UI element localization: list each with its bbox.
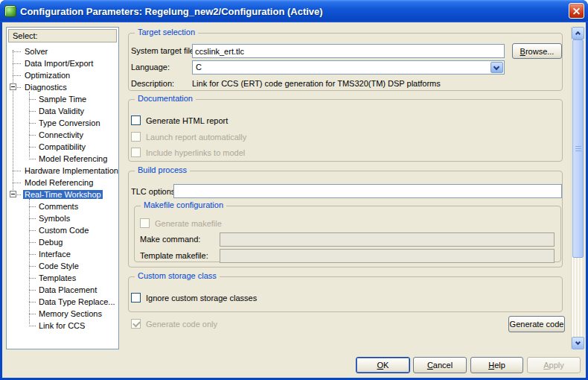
generate-makefile-label: Generate makefile [155, 219, 222, 228]
tlc-options-input[interactable] [173, 184, 562, 198]
generate-code-only-checkbox [131, 319, 141, 329]
tree-item-hardware-implementation[interactable]: Hardware Implementation [7, 165, 118, 177]
tree-item-model-referencing-diag[interactable]: Model Referencing [7, 153, 118, 165]
tree-header-label: Select: [8, 29, 117, 42]
category-tree: Select: Solver Data Import/Export Optimi… [6, 27, 119, 349]
ok-button[interactable]: OK [356, 357, 410, 373]
collapse-icon[interactable] [10, 191, 16, 197]
make-command-input [220, 232, 555, 247]
window-title: Configuration Parameters: Regelung_new2/… [20, 6, 323, 17]
group-caption: Makefile configuration [141, 200, 226, 209]
tree-item-model-referencing[interactable]: Model Referencing [7, 177, 118, 189]
tree-item-data-import-export[interactable]: Data Import/Export [7, 57, 118, 69]
tree-item-memory-sections[interactable]: Memory Sections [7, 308, 118, 320]
scrollbar-thumb[interactable] [572, 39, 584, 258]
generate-code-button[interactable]: Generate code [508, 316, 565, 332]
tree-item-symbols[interactable]: Symbols [7, 212, 118, 224]
configuration-parameters-dialog: Configuration Parameters: Regelung_new2/… [0, 0, 588, 380]
tlc-options-label: TLC options: [131, 187, 177, 196]
scroll-down-icon[interactable] [572, 337, 584, 349]
tree-item-solver[interactable]: Solver [7, 45, 118, 57]
tree-item-debug[interactable]: Debug [7, 236, 118, 248]
generate-makefile-checkbox [140, 218, 150, 228]
help-button[interactable]: Help [470, 357, 523, 373]
tree-item-optimization[interactable]: Optimization [7, 69, 118, 81]
tree-item-compatibility[interactable]: Compatibility [7, 141, 118, 153]
tree-item-type-conversion[interactable]: Type Conversion [7, 117, 118, 129]
app-icon [4, 5, 16, 17]
description-value: Link for CCS (ERT) code generation for T… [192, 79, 441, 88]
description-label: Description: [131, 79, 174, 88]
template-makefile-input [220, 249, 555, 263]
make-command-label: Make command: [140, 235, 200, 244]
tree-item-data-validity[interactable]: Data Validity [7, 105, 118, 117]
include-hyperlinks-label: Include hyperlinks to model [146, 148, 245, 157]
language-select[interactable]: C [192, 60, 505, 75]
template-makefile-label: Template makefile: [140, 251, 208, 260]
tree-item-templates[interactable]: Templates [7, 272, 118, 284]
vertical-scrollbar[interactable] [571, 27, 584, 349]
tree-item-diagnostics[interactable]: Diagnostics [7, 81, 118, 93]
tree-item-interface[interactable]: Interface [7, 248, 118, 260]
tree-item-data-type-replacement[interactable]: Data Type Replace... [7, 296, 118, 308]
chevron-down-icon[interactable] [490, 62, 503, 73]
launch-report-label: Launch report automatically [146, 133, 246, 142]
scroll-up-icon[interactable] [572, 27, 584, 39]
browse-button[interactable]: Browse... [512, 43, 562, 59]
tree-item-link-for-ccs[interactable]: Link for CCS [7, 320, 118, 332]
cancel-button[interactable]: Cancel [413, 357, 467, 373]
generate-code-only-label: Generate code only [146, 320, 217, 329]
include-hyperlinks-checkbox [131, 148, 141, 157]
tree-item-comments[interactable]: Comments [7, 200, 118, 212]
group-caption: Build process [135, 165, 190, 174]
language-label: Language: [131, 63, 170, 72]
system-target-file-label: System target file: [131, 46, 196, 55]
tree-item-sample-time[interactable]: Sample Time [7, 93, 118, 105]
group-caption: Documentation [135, 94, 196, 103]
tree-item-connectivity[interactable]: Connectivity [7, 129, 118, 141]
close-icon[interactable] [569, 3, 584, 19]
generate-html-report-checkbox[interactable] [131, 115, 141, 125]
system-target-file-input[interactable] [192, 44, 505, 58]
generate-html-report-label: Generate HTML report [146, 116, 228, 125]
scrollbar-grip-icon [575, 146, 581, 152]
tree-list: Solver Data Import/Export Optimization D… [7, 44, 118, 332]
tree-item-data-placement[interactable]: Data Placement [7, 284, 118, 296]
language-selected-value: C [196, 63, 202, 72]
tree-item-code-style[interactable]: Code Style [7, 260, 118, 272]
tree-item-real-time-workshop[interactable]: Real-Time Workshop [7, 189, 118, 200]
tree-item-custom-code[interactable]: Custom Code [7, 224, 118, 236]
collapse-icon[interactable] [10, 83, 16, 90]
apply-button: Apply [527, 357, 581, 373]
ignore-custom-storage-checkbox[interactable] [131, 293, 141, 303]
title-bar[interactable]: Configuration Parameters: Regelung_new2/… [0, 0, 588, 22]
group-caption: Target selection [135, 28, 198, 37]
ignore-custom-storage-label: Ignore custom storage classes [146, 294, 257, 303]
launch-report-checkbox [131, 132, 141, 142]
group-caption: Custom storage class [135, 271, 220, 280]
